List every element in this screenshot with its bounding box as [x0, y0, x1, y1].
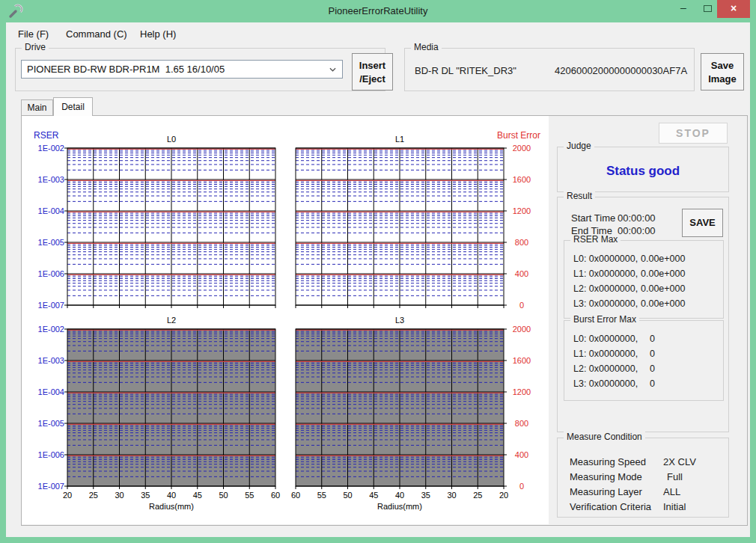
svg-text:1200: 1200	[513, 206, 531, 215]
svg-text:L1: L1	[395, 135, 404, 144]
media-type-text: BD-R DL "RITEK_DR3"	[415, 65, 516, 76]
measure-condition-groupbox: Measure Condition Measuring Speed 2X CLV…	[557, 438, 729, 518]
svg-text:55: 55	[245, 491, 254, 500]
measuring-speed-value: 2X CLV	[663, 456, 696, 467]
svg-text:1600: 1600	[513, 356, 531, 365]
svg-text:35: 35	[421, 491, 430, 500]
charts-svg: RSERBurst ErrorL01E-0021E-0031E-0041E-00…	[22, 116, 549, 524]
svg-text:RSER: RSER	[34, 130, 59, 141]
menu-item-file[interactable]: File (F)	[15, 27, 52, 41]
svg-text:45: 45	[369, 491, 378, 500]
judge-group-label: Judge	[564, 141, 594, 151]
save-image-label-line2: Image	[701, 73, 743, 86]
svg-text:25: 25	[473, 491, 482, 500]
close-button[interactable]: ×	[717, 0, 750, 18]
verification-criteria-label: Verification Criteria	[570, 501, 651, 512]
end-time-value: 00:00:00	[618, 225, 656, 236]
stop-button[interactable]: STOP	[659, 123, 728, 144]
burst-error-max-group-label: Burst Error Max	[570, 314, 639, 325]
rser-max-group-label: RSER Max	[570, 234, 621, 245]
judge-status-text: Status good	[558, 164, 728, 179]
measuring-speed-label: Measuring Speed	[570, 456, 646, 467]
svg-text:1E-002: 1E-002	[38, 144, 64, 153]
svg-text:40: 40	[395, 491, 404, 500]
result-groupbox: Result Start Time 00:00:00 End Time 00:0…	[557, 197, 729, 432]
drive-combobox[interactable]: PIONEER BD-RW BDR-PR1M 1.65 16/10/05	[21, 60, 343, 79]
svg-text:1E-004: 1E-004	[38, 206, 64, 215]
svg-text:L3: L3	[395, 316, 404, 325]
media-groupbox: Media BD-R DL "RITEK_DR3" 42060002000000…	[404, 48, 695, 91]
svg-text:1E-002: 1E-002	[38, 325, 64, 334]
drive-group-label: Drive	[22, 42, 49, 52]
save-image-button[interactable]: Save Image	[701, 53, 744, 90]
window-title: PioneerErrorRateUtility	[0, 5, 756, 16]
insert-eject-button[interactable]: Insert /Eject	[352, 53, 393, 90]
media-id-text: 42060002000000000030AF7A	[555, 65, 687, 76]
media-group-label: Media	[411, 42, 442, 52]
svg-text:L0: L0	[167, 135, 176, 144]
error-rate-charts: RSERBurst ErrorL01E-0021E-0031E-0041E-00…	[22, 116, 549, 524]
save-image-label-line1: Save	[701, 59, 743, 73]
svg-text:1200: 1200	[513, 387, 531, 396]
insert-eject-label-line2: /Eject	[353, 73, 392, 86]
svg-text:20: 20	[63, 491, 72, 500]
svg-text:1E-004: 1E-004	[38, 387, 64, 396]
menu-item-help[interactable]: Help (H)	[137, 27, 179, 41]
burst-error-max-groupbox: Burst Error Max L0: 0x0000000,0 L1: 0x00…	[564, 320, 724, 401]
save-button[interactable]: SAVE	[682, 209, 723, 237]
result-group-label: Result	[564, 191, 595, 201]
svg-text:2000: 2000	[513, 144, 531, 153]
svg-text:1E-003: 1E-003	[38, 175, 64, 184]
minimize-button[interactable]: –	[672, 0, 695, 18]
menu-item-command[interactable]: Command (C)	[63, 27, 130, 41]
svg-text:400: 400	[515, 269, 528, 278]
tab-main[interactable]: Main	[21, 99, 53, 116]
measure-condition-group-label: Measure Condition	[564, 432, 645, 442]
svg-text:2000: 2000	[513, 325, 531, 334]
judge-groupbox: Judge Status good	[557, 147, 729, 192]
svg-text:0: 0	[519, 482, 524, 491]
insert-eject-label-line1: Insert	[353, 59, 392, 73]
svg-text:50: 50	[219, 491, 228, 500]
svg-text:35: 35	[141, 491, 150, 500]
svg-text:30: 30	[115, 491, 124, 500]
tab-detail[interactable]: Detail	[53, 97, 93, 116]
measuring-layer-value: ALL	[663, 486, 680, 497]
verification-criteria-value: Initial	[663, 501, 686, 512]
rser-max-row-l0: L0: 0x0000000,0.00e+000	[573, 254, 638, 264]
rser-max-row-l3: L3: 0x0000000,0.00e+000	[573, 298, 638, 309]
svg-text:20: 20	[499, 491, 508, 500]
svg-text:60: 60	[271, 491, 280, 500]
maximize-button[interactable]	[696, 0, 719, 18]
burst-error-max-row-l2: L2: 0x0000000,0	[573, 363, 638, 374]
svg-text:800: 800	[515, 419, 528, 428]
svg-text:55: 55	[317, 491, 326, 500]
rser-max-groupbox: RSER Max L0: 0x0000000,0.00e+000 L1: 0x0…	[564, 240, 724, 319]
burst-error-max-row-l3: L3: 0x0000000,0	[573, 378, 638, 389]
start-time-label: Start Time	[571, 212, 615, 224]
burst-error-max-row-l1: L1: 0x0000000,0	[573, 349, 638, 359]
rser-max-row-l2: L2: 0x0000000,0.00e+000	[573, 283, 638, 294]
drive-combobox-text: PIONEER BD-RW BDR-PR1M 1.65 16/10/05	[27, 64, 225, 75]
maximize-icon	[704, 5, 712, 12]
titlebar: PioneerErrorRateUtility – ×	[0, 0, 756, 22]
chevron-down-icon	[329, 67, 336, 72]
svg-text:400: 400	[515, 450, 528, 459]
svg-text:40: 40	[167, 491, 176, 500]
start-time-value: 00:00:00	[618, 212, 656, 224]
app-window: PioneerErrorRateUtility – × File (F) Com…	[0, 0, 756, 543]
svg-text:1E-006: 1E-006	[38, 450, 64, 459]
svg-text:1E-005: 1E-005	[38, 419, 64, 428]
measuring-layer-label: Measuring Layer	[570, 486, 642, 497]
svg-text:1E-003: 1E-003	[38, 356, 64, 365]
svg-text:45: 45	[193, 491, 202, 500]
measuring-mode-label: Measuring Mode	[570, 471, 642, 482]
svg-text:30: 30	[447, 491, 456, 500]
svg-text:Radius(mm): Radius(mm)	[149, 502, 194, 511]
svg-text:50: 50	[343, 491, 352, 500]
svg-text:1600: 1600	[513, 175, 531, 184]
svg-text:1E-007: 1E-007	[38, 482, 64, 491]
svg-text:1E-006: 1E-006	[38, 269, 64, 278]
svg-text:25: 25	[89, 491, 98, 500]
svg-text:L2: L2	[167, 316, 176, 325]
